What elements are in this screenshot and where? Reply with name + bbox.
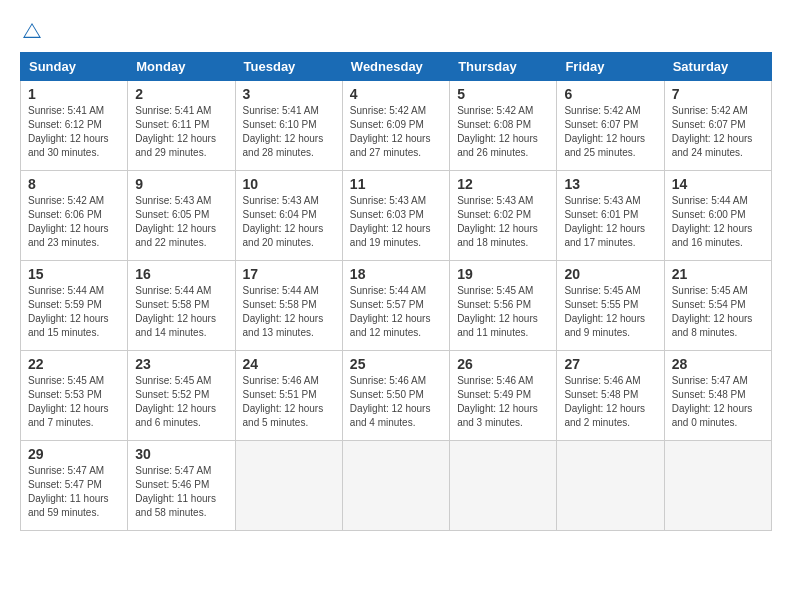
- day-number: 6: [564, 86, 656, 102]
- day-number: 21: [672, 266, 764, 282]
- day-detail: Sunrise: 5:42 AMSunset: 6:09 PMDaylight:…: [350, 104, 442, 160]
- day-detail: Sunrise: 5:45 AMSunset: 5:55 PMDaylight:…: [564, 284, 656, 340]
- calendar-cell: 17 Sunrise: 5:44 AMSunset: 5:58 PMDaylig…: [235, 261, 342, 351]
- col-wednesday: Wednesday: [342, 53, 449, 81]
- day-detail: Sunrise: 5:42 AMSunset: 6:07 PMDaylight:…: [672, 104, 764, 160]
- col-sunday: Sunday: [21, 53, 128, 81]
- calendar-cell: 22 Sunrise: 5:45 AMSunset: 5:53 PMDaylig…: [21, 351, 128, 441]
- day-detail: Sunrise: 5:43 AMSunset: 6:04 PMDaylight:…: [243, 194, 335, 250]
- calendar-cell: 30 Sunrise: 5:47 AMSunset: 5:46 PMDaylig…: [128, 441, 235, 531]
- day-detail: Sunrise: 5:46 AMSunset: 5:49 PMDaylight:…: [457, 374, 549, 430]
- calendar-cell: 3 Sunrise: 5:41 AMSunset: 6:10 PMDayligh…: [235, 81, 342, 171]
- calendar-cell: 4 Sunrise: 5:42 AMSunset: 6:09 PMDayligh…: [342, 81, 449, 171]
- calendar-cell: 10 Sunrise: 5:43 AMSunset: 6:04 PMDaylig…: [235, 171, 342, 261]
- calendar-cell: 25 Sunrise: 5:46 AMSunset: 5:50 PMDaylig…: [342, 351, 449, 441]
- day-detail: Sunrise: 5:45 AMSunset: 5:52 PMDaylight:…: [135, 374, 227, 430]
- svg-marker-1: [25, 25, 39, 37]
- calendar-cell: 15 Sunrise: 5:44 AMSunset: 5:59 PMDaylig…: [21, 261, 128, 351]
- calendar-cell: [235, 441, 342, 531]
- day-detail: Sunrise: 5:46 AMSunset: 5:50 PMDaylight:…: [350, 374, 442, 430]
- day-number: 1: [28, 86, 120, 102]
- calendar-cell: 6 Sunrise: 5:42 AMSunset: 6:07 PMDayligh…: [557, 81, 664, 171]
- calendar-cell: 8 Sunrise: 5:42 AMSunset: 6:06 PMDayligh…: [21, 171, 128, 261]
- calendar-cell: 7 Sunrise: 5:42 AMSunset: 6:07 PMDayligh…: [664, 81, 771, 171]
- day-detail: Sunrise: 5:41 AMSunset: 6:11 PMDaylight:…: [135, 104, 227, 160]
- calendar-cell: 21 Sunrise: 5:45 AMSunset: 5:54 PMDaylig…: [664, 261, 771, 351]
- day-number: 19: [457, 266, 549, 282]
- day-number: 20: [564, 266, 656, 282]
- day-detail: Sunrise: 5:45 AMSunset: 5:56 PMDaylight:…: [457, 284, 549, 340]
- day-number: 18: [350, 266, 442, 282]
- calendar-cell: [342, 441, 449, 531]
- col-tuesday: Tuesday: [235, 53, 342, 81]
- page-header: [20, 20, 772, 44]
- day-number: 29: [28, 446, 120, 462]
- day-detail: Sunrise: 5:43 AMSunset: 6:05 PMDaylight:…: [135, 194, 227, 250]
- day-detail: Sunrise: 5:43 AMSunset: 6:03 PMDaylight:…: [350, 194, 442, 250]
- calendar-cell: [450, 441, 557, 531]
- day-number: 9: [135, 176, 227, 192]
- day-detail: Sunrise: 5:41 AMSunset: 6:12 PMDaylight:…: [28, 104, 120, 160]
- day-detail: Sunrise: 5:42 AMSunset: 6:08 PMDaylight:…: [457, 104, 549, 160]
- calendar-week-4: 22 Sunrise: 5:45 AMSunset: 5:53 PMDaylig…: [21, 351, 772, 441]
- calendar-cell: 24 Sunrise: 5:46 AMSunset: 5:51 PMDaylig…: [235, 351, 342, 441]
- day-detail: Sunrise: 5:42 AMSunset: 6:07 PMDaylight:…: [564, 104, 656, 160]
- calendar-table: Sunday Monday Tuesday Wednesday Thursday…: [20, 52, 772, 531]
- day-detail: Sunrise: 5:47 AMSunset: 5:47 PMDaylight:…: [28, 464, 120, 520]
- day-number: 16: [135, 266, 227, 282]
- calendar-cell: 11 Sunrise: 5:43 AMSunset: 6:03 PMDaylig…: [342, 171, 449, 261]
- day-number: 5: [457, 86, 549, 102]
- day-detail: Sunrise: 5:46 AMSunset: 5:51 PMDaylight:…: [243, 374, 335, 430]
- day-number: 13: [564, 176, 656, 192]
- calendar-cell: [557, 441, 664, 531]
- day-detail: Sunrise: 5:46 AMSunset: 5:48 PMDaylight:…: [564, 374, 656, 430]
- day-number: 14: [672, 176, 764, 192]
- day-detail: Sunrise: 5:44 AMSunset: 6:00 PMDaylight:…: [672, 194, 764, 250]
- calendar-cell: 29 Sunrise: 5:47 AMSunset: 5:47 PMDaylig…: [21, 441, 128, 531]
- day-number: 24: [243, 356, 335, 372]
- day-detail: Sunrise: 5:44 AMSunset: 5:58 PMDaylight:…: [243, 284, 335, 340]
- day-number: 22: [28, 356, 120, 372]
- day-detail: Sunrise: 5:47 AMSunset: 5:46 PMDaylight:…: [135, 464, 227, 520]
- calendar-week-3: 15 Sunrise: 5:44 AMSunset: 5:59 PMDaylig…: [21, 261, 772, 351]
- calendar-cell: 5 Sunrise: 5:42 AMSunset: 6:08 PMDayligh…: [450, 81, 557, 171]
- day-number: 25: [350, 356, 442, 372]
- col-friday: Friday: [557, 53, 664, 81]
- day-detail: Sunrise: 5:47 AMSunset: 5:48 PMDaylight:…: [672, 374, 764, 430]
- day-number: 15: [28, 266, 120, 282]
- calendar-cell: 20 Sunrise: 5:45 AMSunset: 5:55 PMDaylig…: [557, 261, 664, 351]
- day-number: 30: [135, 446, 227, 462]
- calendar-cell: 13 Sunrise: 5:43 AMSunset: 6:01 PMDaylig…: [557, 171, 664, 261]
- col-monday: Monday: [128, 53, 235, 81]
- day-number: 3: [243, 86, 335, 102]
- day-number: 4: [350, 86, 442, 102]
- day-number: 28: [672, 356, 764, 372]
- header-row: Sunday Monday Tuesday Wednesday Thursday…: [21, 53, 772, 81]
- col-saturday: Saturday: [664, 53, 771, 81]
- calendar-week-5: 29 Sunrise: 5:47 AMSunset: 5:47 PMDaylig…: [21, 441, 772, 531]
- day-number: 2: [135, 86, 227, 102]
- day-number: 17: [243, 266, 335, 282]
- day-detail: Sunrise: 5:45 AMSunset: 5:53 PMDaylight:…: [28, 374, 120, 430]
- day-detail: Sunrise: 5:42 AMSunset: 6:06 PMDaylight:…: [28, 194, 120, 250]
- calendar-cell: 23 Sunrise: 5:45 AMSunset: 5:52 PMDaylig…: [128, 351, 235, 441]
- logo-icon: [20, 20, 44, 44]
- calendar-cell: 2 Sunrise: 5:41 AMSunset: 6:11 PMDayligh…: [128, 81, 235, 171]
- calendar-cell: 27 Sunrise: 5:46 AMSunset: 5:48 PMDaylig…: [557, 351, 664, 441]
- day-number: 26: [457, 356, 549, 372]
- calendar-week-1: 1 Sunrise: 5:41 AMSunset: 6:12 PMDayligh…: [21, 81, 772, 171]
- day-detail: Sunrise: 5:44 AMSunset: 5:58 PMDaylight:…: [135, 284, 227, 340]
- calendar-cell: 14 Sunrise: 5:44 AMSunset: 6:00 PMDaylig…: [664, 171, 771, 261]
- calendar-week-2: 8 Sunrise: 5:42 AMSunset: 6:06 PMDayligh…: [21, 171, 772, 261]
- calendar-cell: 18 Sunrise: 5:44 AMSunset: 5:57 PMDaylig…: [342, 261, 449, 351]
- calendar-cell: 26 Sunrise: 5:46 AMSunset: 5:49 PMDaylig…: [450, 351, 557, 441]
- calendar-cell: [664, 441, 771, 531]
- calendar-cell: 28 Sunrise: 5:47 AMSunset: 5:48 PMDaylig…: [664, 351, 771, 441]
- day-number: 8: [28, 176, 120, 192]
- calendar-cell: 9 Sunrise: 5:43 AMSunset: 6:05 PMDayligh…: [128, 171, 235, 261]
- day-number: 11: [350, 176, 442, 192]
- day-number: 10: [243, 176, 335, 192]
- day-detail: Sunrise: 5:41 AMSunset: 6:10 PMDaylight:…: [243, 104, 335, 160]
- day-number: 27: [564, 356, 656, 372]
- logo: [20, 20, 48, 44]
